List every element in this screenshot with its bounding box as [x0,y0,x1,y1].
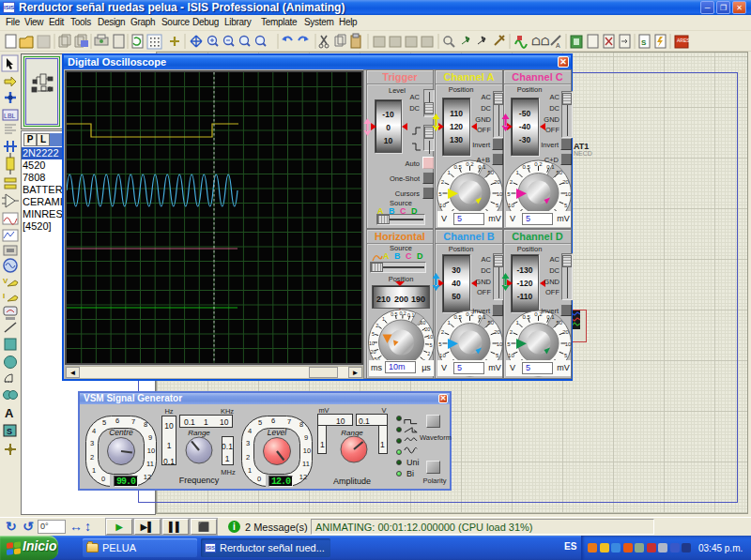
svg-text:☖☖: ☖☖ [531,36,550,47]
svg-text:3: 3 [90,439,94,447]
svg-text:7: 7 [131,417,135,426]
svg-text:12: 12 [144,473,151,481]
svg-text:V: V [3,277,8,285]
svg-text:20: 20 [370,349,376,355]
svg-text:10: 10 [439,353,446,358]
svg-text:10: 10 [565,191,572,197]
svg-text:12: 12 [299,473,307,481]
svg-text:10: 10 [497,341,503,347]
svg-text:0.1: 0.1 [478,164,486,170]
svg-text:5: 5 [102,418,106,427]
svg-text:20: 20 [562,179,569,185]
svg-text:0.1: 0.1 [546,164,555,170]
svg-text:5: 5 [258,418,262,427]
svg-text:9: 9 [148,433,152,442]
svg-text:10: 10 [497,191,503,197]
svg-text:6: 6 [115,416,119,425]
svg-text:0.1: 0.1 [407,312,414,318]
svg-text:20: 20 [424,326,430,332]
svg-text:0.5: 0.5 [391,311,397,317]
svg-text:20: 20 [562,329,569,335]
svg-text:10: 10 [439,203,446,208]
svg-text:9: 9 [304,433,308,442]
svg-text:11: 11 [302,460,310,468]
svg-text:ARES: ARES [677,38,690,43]
svg-text:11: 11 [146,460,154,468]
svg-text:10: 10 [427,334,433,340]
svg-text:A: A [556,42,560,49]
svg-text:0: 0 [257,475,261,483]
svg-text:2: 2 [376,323,378,328]
svg-text:3: 3 [246,439,250,447]
svg-text:I: I [3,292,5,300]
svg-text:1: 1 [92,466,96,475]
svg-text:0.5: 0.5 [454,164,463,170]
svg-text:S: S [641,38,647,47]
svg-text:2: 2 [246,453,250,462]
svg-text:50: 50 [556,320,562,325]
svg-text:50: 50 [487,320,494,325]
svg-text:4: 4 [248,427,252,435]
svg-text:10: 10 [303,446,311,455]
svg-text:1: 1 [382,316,385,322]
svg-text:5: 5 [372,331,375,337]
svg-text:7: 7 [287,417,291,426]
svg-text:A: A [5,406,14,420]
svg-text:1: 1 [248,466,252,475]
svg-text:6: 6 [271,416,275,425]
svg-text:5: 5 [429,342,432,348]
svg-text:0.2: 0.2 [399,310,406,316]
svg-text:10: 10 [508,203,514,208]
svg-text:50: 50 [421,320,426,325]
svg-text:10: 10 [147,446,155,455]
svg-text:8: 8 [299,420,303,429]
svg-text:4: 4 [92,427,96,435]
svg-text:20: 20 [494,329,500,335]
svg-text:2: 2 [90,453,94,462]
svg-text:S: S [7,427,12,436]
svg-text:8: 8 [144,420,147,429]
svg-text:2: 2 [427,351,430,356]
svg-text:10: 10 [369,341,375,346]
svg-text:10: 10 [565,341,572,347]
svg-text:0: 0 [101,475,105,483]
svg-text:10: 10 [508,353,514,358]
svg-text:20: 20 [494,179,500,185]
svg-text:0.5: 0.5 [523,164,531,170]
svg-text:50: 50 [487,170,494,175]
svg-text:LBL: LBL [4,113,16,119]
svg-text:50: 50 [556,170,562,175]
